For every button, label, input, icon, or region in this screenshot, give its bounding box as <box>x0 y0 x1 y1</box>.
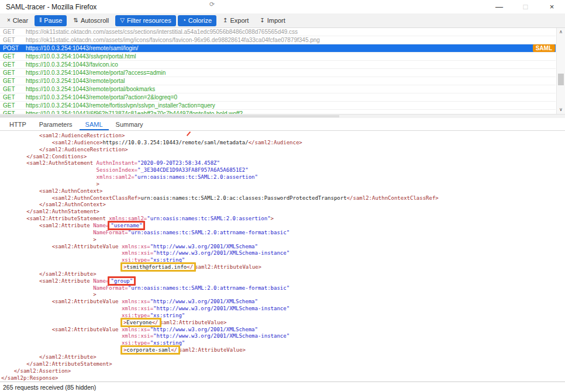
request-row[interactable]: GEThttps://10.0.3.254:10443/remote/porta… <box>0 77 556 85</box>
close-button[interactable]: × <box>539 0 565 13</box>
xml-line: <saml2:AttributeStatement xmlns:saml2="u… <box>1 216 565 223</box>
xml-line: NameFormat="urn:oasis:names:tc:SAML:2.0:… <box>1 230 565 237</box>
request-url: https://ok11static.oktacdn.com/assets/im… <box>26 36 556 44</box>
xml-line: xmlns:xsi="http://www.w3.org/2001/XMLSch… <box>1 306 565 313</box>
request-row[interactable]: GEThttps://ok11static.oktacdn.com/assets… <box>0 28 556 36</box>
filter-resources-button[interactable]: ▽Filter resources <box>115 15 176 26</box>
window-controls: — □ × <box>486 0 565 13</box>
toolbar-button-label: Clear <box>13 17 28 24</box>
import-icon: ↧ <box>260 18 264 23</box>
maximize-button[interactable]: □ <box>512 0 539 13</box>
request-url: https://10.0.3.254:10443/favicon.ico <box>26 61 556 68</box>
saml-badge: SAML <box>533 44 555 52</box>
toolbar-button-label: Colorize <box>188 17 212 24</box>
request-row[interactable]: GEThttps://10.0.3.254:10443/remote/porta… <box>0 69 556 77</box>
request-method: GET <box>0 28 26 36</box>
xml-line: >tsmith@fortiad.info</saml2:AttributeVal… <box>1 264 565 271</box>
request-row[interactable]: GEThttps://10.0.3.254:10443/6f962b713874… <box>0 110 556 114</box>
xml-line: <saml2:Audience>https://10.0.3.254:10443… <box>1 140 565 147</box>
request-method: GET <box>0 93 26 101</box>
xml-line: >Everyone</saml2:AttributeValue> <box>1 320 565 327</box>
request-method: GET <box>0 110 26 114</box>
xml-line: <saml2:AuthnContextClassRef>urn:oasis:na… <box>1 195 565 202</box>
tab-http[interactable]: HTTP <box>4 119 32 130</box>
export-button[interactable]: ↥Export <box>218 15 253 26</box>
saml-xml-pane: <saml2:AudienceRestriction> <saml2:Audie… <box>0 131 565 381</box>
xml-line: SessionIndex="_3E304CDE1D9A33FA8F957A6A5… <box>1 167 565 174</box>
pause-button[interactable]: ‖Pause <box>35 15 67 26</box>
request-url: https://10.0.3.254:10443/remote/portal?a… <box>26 93 556 101</box>
request-url: https://ok11static.oktacdn.com/assets/cs… <box>26 28 556 36</box>
minimize-button[interactable]: — <box>486 0 512 13</box>
request-method: GET <box>0 61 26 68</box>
toolbar-button-label: Filter resources <box>127 17 171 24</box>
xml-line: > <box>1 237 565 244</box>
toolbar-button-label: Export <box>230 17 249 24</box>
xml-line: <saml2:Attribute Name="username" <box>1 223 565 230</box>
annotation-box-red: "group" <box>108 276 136 286</box>
request-row[interactable]: GEThttps://ok11static.oktacdn.com/assets… <box>0 36 556 44</box>
xml-line: </saml2:AuthnContext> <box>1 202 565 209</box>
xml-line: > <box>1 292 565 299</box>
annotation-box-yellow: >corporate-saml</ <box>120 345 180 355</box>
xml-content: <saml2:AudienceRestriction> <saml2:Audie… <box>1 133 565 381</box>
xml-line: </saml2:Assertion> <box>1 368 565 375</box>
titlebar: SAML-tracer - Mozilla Firefox ⟳ — □ × <box>0 0 565 13</box>
colorize-button[interactable]: ◔Colorize <box>178 15 216 26</box>
xml-line: <saml2:AuthnContext> <box>1 188 565 195</box>
request-row[interactable]: GEThttps://10.0.3.254:10443/remote/porta… <box>0 85 556 93</box>
tab-summary[interactable]: Summary <box>110 119 149 130</box>
request-method: GET <box>0 102 26 109</box>
tab-saml[interactable]: SAML <box>80 119 109 130</box>
window-title: SAML-tracer - Mozilla Firefox <box>6 3 97 11</box>
autoscroll-button[interactable]: ⇅Autoscroll <box>68 15 113 26</box>
request-list-scrollbar[interactable]: ∧ ∨ <box>556 28 565 114</box>
xml-line: xsi:type="xs:string" <box>1 340 565 347</box>
request-method: GET <box>0 36 26 44</box>
scroll-up-icon[interactable]: ∧ <box>557 28 565 36</box>
clear-icon: × <box>7 18 11 23</box>
request-method: GET <box>0 53 26 60</box>
filter-icon: ▽ <box>120 18 125 23</box>
horizontal-scrollbar-thumb[interactable] <box>0 115 339 117</box>
scroll-down-icon[interactable]: ∨ <box>557 106 565 114</box>
request-row[interactable]: GEThttps://10.0.3.254:10443/favicon.ico <box>0 61 556 69</box>
request-list: GEThttps://ok11static.oktacdn.com/assets… <box>0 28 565 114</box>
export-icon: ↥ <box>223 18 228 23</box>
request-row[interactable]: POSThttps://10.0.3.254:10443/remote/saml… <box>0 44 556 53</box>
request-method: GET <box>0 77 26 85</box>
request-row[interactable]: GEThttps://10.0.3.254:10443/remote/forti… <box>0 102 556 110</box>
xml-line: </saml2:AuthnStatement> <box>1 209 565 216</box>
xml-line: <saml2:AttributeValue xmlns:xs="http://w… <box>1 299 565 306</box>
xml-line: xsi:type="xs:string" <box>1 313 565 320</box>
horizontal-scrollbar[interactable] <box>0 114 565 118</box>
request-url: https://10.0.3.254:10443/remote/portal/b… <box>26 85 556 93</box>
xml-line: </saml2:Attribute> <box>1 271 565 278</box>
xml-line: </saml2:AudienceRestriction> <box>1 147 565 154</box>
request-url: https://10.0.3.254:10443/remote/fortissl… <box>26 102 556 109</box>
annotation-box-yellow: >tsmith@fortiad.info</ <box>120 262 196 272</box>
tab-parameters[interactable]: Parameters <box>33 119 78 130</box>
xml-line: <saml2:AudienceRestriction> <box>1 133 565 140</box>
request-row[interactable]: GEThttps://10.0.3.254:10443/sslvpn/porta… <box>0 53 556 61</box>
annotation-box-red: "username" <box>108 221 145 230</box>
xml-line: <saml2:Attribute Name="group" <box>1 278 565 285</box>
xml-line: xmlns:xsi="http://www.w3.org/2001/XMLSch… <box>1 250 565 257</box>
scrollbar-thumb[interactable] <box>558 74 564 85</box>
request-row[interactable]: GEThttps://10.0.3.254:10443/remote/porta… <box>0 93 556 102</box>
autoscroll-icon: ⇅ <box>73 18 78 23</box>
busy-cursor-icon: ⟳ <box>209 1 215 8</box>
xml-line: </saml2:AttributeStatement> <box>1 361 565 368</box>
request-url: https://10.0.3.254:10443/6f962b713874c81… <box>26 110 556 114</box>
request-method: GET <box>0 85 26 93</box>
xml-line: xmlns:saml2="urn:oasis:names:tc:SAML:2.0… <box>1 174 565 181</box>
import-button[interactable]: ↧Import <box>255 15 290 26</box>
request-url: https://10.0.3.254:10443/remote/portal?a… <box>26 69 556 77</box>
request-rows: GEThttps://ok11static.oktacdn.com/assets… <box>0 28 565 114</box>
xml-line: xsi:type="xs:string" <box>1 257 565 264</box>
toolbar: ×Clear‖Pause⇅Autoscroll▽Filter resources… <box>0 13 565 28</box>
clear-button[interactable]: ×Clear <box>2 15 33 26</box>
xml-line: </saml2:Conditions> <box>1 154 565 161</box>
toolbar-button-label: Import <box>267 17 285 24</box>
xml-line: <saml2:AttributeValue xmlns:xs="http://w… <box>1 244 565 251</box>
